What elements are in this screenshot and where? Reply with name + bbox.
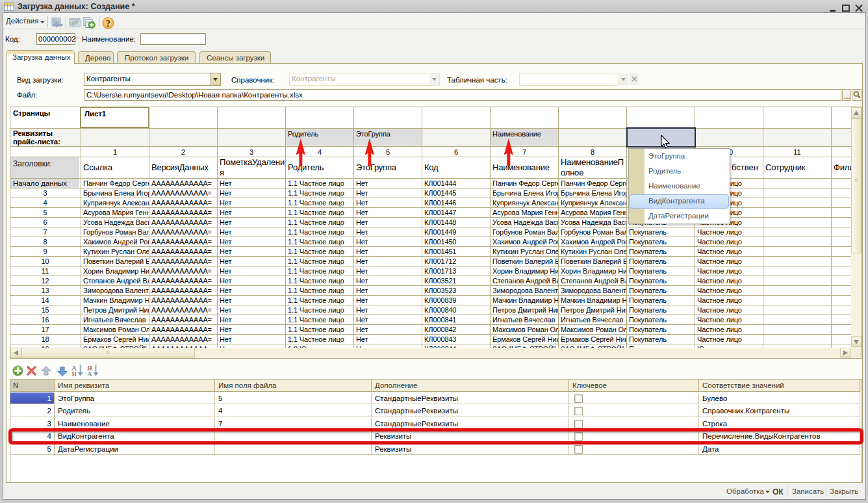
svg-text:?: ?	[106, 19, 110, 29]
